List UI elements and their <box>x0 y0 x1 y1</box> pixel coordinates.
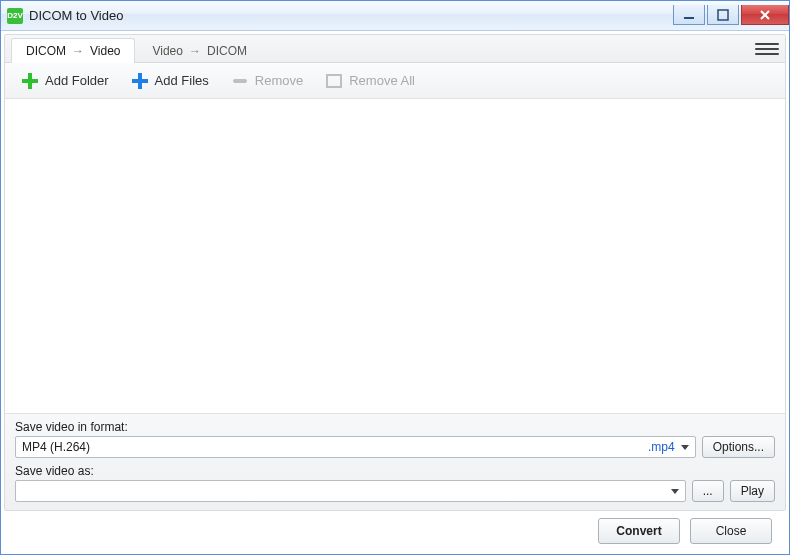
format-value: MP4 (H.264) <box>22 440 90 454</box>
browse-button[interactable]: ... <box>692 480 724 502</box>
plus-green-icon <box>21 72 39 90</box>
svg-rect-7 <box>132 79 148 83</box>
svg-rect-9 <box>327 75 341 87</box>
close-window-button[interactable] <box>741 5 789 25</box>
minimize-icon <box>683 9 695 21</box>
client-area: DICOM → Video Video → DICOM <box>1 31 789 554</box>
button-label: Remove <box>255 73 303 88</box>
tab-label-to: DICOM <box>207 44 247 58</box>
app-window: D2V DICOM to Video DICOM → Video <box>0 0 790 555</box>
plus-blue-icon <box>131 72 149 90</box>
maximize-button[interactable] <box>707 5 739 25</box>
minimize-button[interactable] <box>673 5 705 25</box>
chevron-down-icon <box>671 489 679 494</box>
svg-rect-8 <box>233 79 247 83</box>
svg-rect-5 <box>22 79 38 83</box>
tab-label-from: Video <box>152 44 182 58</box>
menu-button[interactable] <box>755 39 779 59</box>
play-button[interactable]: Play <box>730 480 775 502</box>
svg-rect-1 <box>718 10 728 20</box>
close-icon <box>759 9 771 21</box>
main-panel: DICOM → Video Video → DICOM <box>4 34 786 511</box>
titlebar: D2V DICOM to Video <box>1 1 789 31</box>
convert-button[interactable]: Convert <box>598 518 680 544</box>
chevron-down-icon <box>681 445 689 450</box>
tab-label-to: Video <box>90 44 120 58</box>
arrow-right-icon: → <box>72 44 84 58</box>
options-button[interactable]: Options... <box>702 436 775 458</box>
save-as-label: Save video as: <box>15 464 775 478</box>
arrow-right-icon: → <box>189 44 201 58</box>
add-files-button[interactable]: Add Files <box>125 68 215 94</box>
app-icon: D2V <box>7 8 23 24</box>
button-label: Add Folder <box>45 73 109 88</box>
format-combobox[interactable]: MP4 (H.264) .mp4 <box>15 436 696 458</box>
tab-video-to-dicom[interactable]: Video → DICOM <box>137 38 261 62</box>
tab-strip: DICOM → Video Video → DICOM <box>5 35 785 63</box>
square-outline-icon <box>325 72 343 90</box>
svg-rect-0 <box>684 17 694 19</box>
file-list[interactable] <box>5 99 785 413</box>
format-label: Save video in format: <box>15 420 775 434</box>
tab-label-from: DICOM <box>26 44 66 58</box>
add-folder-button[interactable]: Add Folder <box>15 68 115 94</box>
format-extension: .mp4 <box>648 440 675 454</box>
minus-icon <box>231 72 249 90</box>
save-as-combobox[interactable] <box>15 480 686 502</box>
close-button[interactable]: Close <box>690 518 772 544</box>
toolbar: Add Folder Add Files Remove <box>5 63 785 99</box>
footer: Convert Close <box>4 511 786 551</box>
tab-dicom-to-video[interactable]: DICOM → Video <box>11 38 135 62</box>
remove-button[interactable]: Remove <box>225 68 309 94</box>
button-label: Remove All <box>349 73 415 88</box>
window-title: DICOM to Video <box>29 8 123 23</box>
button-label: Add Files <box>155 73 209 88</box>
remove-all-button[interactable]: Remove All <box>319 68 421 94</box>
hamburger-icon <box>755 43 779 45</box>
output-settings: Save video in format: MP4 (H.264) .mp4 O… <box>5 413 785 510</box>
maximize-icon <box>717 9 729 21</box>
